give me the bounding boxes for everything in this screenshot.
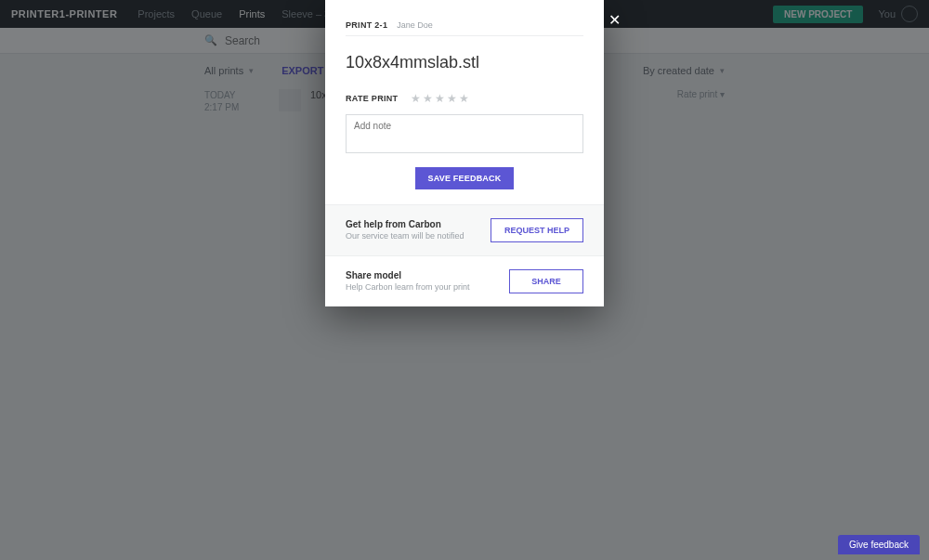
help-section: Get help from Carbon Our service team wi… [325,204,604,255]
print-title: 10x8x4mmslab.stl [346,53,583,72]
help-subtitle: Our service team will be notified [346,231,464,241]
help-title: Get help from Carbon [346,219,464,229]
note-textarea[interactable] [346,114,583,153]
close-icon[interactable]: ✕ [608,11,621,29]
share-section: Share model Help Carbon learn from your … [325,255,604,306]
rate-print-label: RATE PRINT [346,94,398,103]
share-subtitle: Help Carbon learn from your print [346,282,470,292]
print-id: PRINT 2-1 [346,20,387,30]
give-feedback-button[interactable]: Give feedback [838,535,920,554]
star-icon[interactable]: ★ [447,92,457,105]
share-title: Share model [346,270,470,280]
star-rating: ★ ★ ★ ★ ★ [411,92,469,105]
print-author: Jane Doe [397,20,433,30]
star-icon[interactable]: ★ [411,92,421,105]
star-icon[interactable]: ★ [435,92,445,105]
share-button[interactable]: SHARE [509,269,583,293]
modal-overlay[interactable]: ✕ PRINT 2-1 Jane Doe 10x8x4mmslab.stl RA… [0,0,929,560]
star-icon[interactable]: ★ [423,92,433,105]
print-feedback-modal: ✕ PRINT 2-1 Jane Doe 10x8x4mmslab.stl RA… [325,0,604,306]
request-help-button[interactable]: REQUEST HELP [491,218,583,242]
star-icon[interactable]: ★ [459,92,469,105]
save-feedback-button[interactable]: SAVE FEEDBACK [415,167,515,189]
